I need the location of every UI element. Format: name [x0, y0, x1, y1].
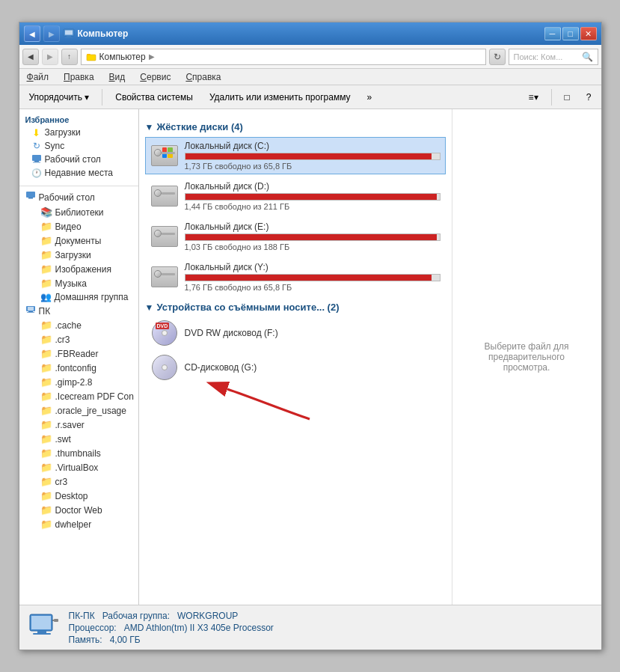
disk-d-icon: [150, 184, 179, 208]
minimize-button[interactable]: ─: [544, 27, 561, 40]
menu-view[interactable]: Вид: [105, 70, 130, 84]
music-label: Музыка: [55, 278, 87, 289]
sidebar-item-cr3-dot[interactable]: 📁 .cr3: [19, 332, 138, 346]
back-button[interactable]: ◀: [24, 25, 40, 42]
status-pc-icon: [25, 610, 61, 646]
svg-rect-7: [34, 161, 39, 162]
svg-rect-3: [65, 37, 73, 38]
sidebar-item-pc[interactable]: ПК: [19, 304, 138, 318]
sidebar-item-recent[interactable]: 🕐 Недавние места: [19, 166, 138, 180]
disk-e[interactable]: Локальный диск (E:) 1,03 ГБ свободно из …: [145, 218, 446, 255]
sidebar-item-dl[interactable]: 📁 Загрузки: [19, 248, 138, 262]
sidebar-item-sync[interactable]: ↻ Sync: [19, 139, 138, 153]
sidebar-item-desktop[interactable]: Рабочий стол: [19, 153, 138, 166]
disk-dvd[interactable]: DVD DVD RW дисковод (F:): [145, 317, 446, 349]
disk-c[interactable]: Локальный диск (C:) 1,73 ГБ свободно из …: [145, 137, 446, 174]
window-controls: ─ □ ✕: [544, 27, 597, 40]
refresh-button[interactable]: ↻: [489, 49, 506, 65]
search-box[interactable]: Поиск: Ком... 🔍: [509, 49, 598, 65]
sidebar-item-homegroup[interactable]: 👥 Домашняя группа: [19, 290, 138, 304]
disk-e-bar: [185, 233, 441, 241]
view-toggle-button[interactable]: ≡▾: [522, 88, 545, 106]
svg-rect-14: [27, 312, 34, 313]
sidebar-item-video[interactable]: 📁 Видео: [19, 219, 138, 233]
sidebar-item-cr3[interactable]: 📁 cr3: [19, 474, 138, 489]
cd-icon: [150, 355, 179, 379]
sidebar-item-images[interactable]: 📁 Изображения: [19, 262, 138, 276]
disk-y[interactable]: Локальный диск (Y:) 1,76 ГБ свободно из …: [145, 258, 446, 296]
dl-icon: 📁: [40, 249, 52, 260]
doctorweb-icon: 📁: [40, 504, 52, 516]
uninstall-label: Удалить или изменить программу: [209, 92, 351, 103]
address-bar: ◀ ▶ ↑ Компьютер ▶ ↻ Поиск: Ком... 🔍: [19, 45, 601, 69]
sidebar-item-dwhelper[interactable]: 📁 dwhelper: [19, 517, 138, 531]
title-bar: ◀ ▶ Компьютер ─ □ ✕: [19, 22, 601, 45]
svg-rect-13: [28, 311, 33, 312]
menu-service[interactable]: Сервис: [135, 70, 175, 84]
sidebar-item-desktop-tree[interactable]: Рабочий стол: [19, 189, 138, 205]
nav-forward-button[interactable]: ▶: [42, 49, 58, 65]
address-field[interactable]: Компьютер ▶: [81, 49, 486, 65]
sidebar-item-oracle[interactable]: 📁 .oracle_jre_usage: [19, 403, 138, 418]
hd-collapse-arrow[interactable]: ▼: [145, 122, 154, 132]
menu-bar: Файл Правка Вид Сервис Справка: [19, 69, 601, 85]
sidebar-item-virtualbox[interactable]: 📁 .VirtualBox: [19, 460, 138, 474]
status-line-3: Память: 4,00 ГБ: [69, 635, 274, 645]
search-icon: 🔍: [582, 52, 593, 62]
menu-help[interactable]: Справка: [181, 70, 225, 84]
thumbnails-label: .thumbnails: [55, 448, 101, 459]
menu-file[interactable]: Файл: [22, 70, 54, 84]
sidebar-item-thumbnails[interactable]: 📁 .thumbnails: [19, 446, 138, 460]
sidebar-item-fbreader[interactable]: 📁 .FBReader: [19, 346, 138, 361]
sidebar-item-swt[interactable]: 📁 .swt: [19, 432, 138, 446]
sidebar-item-fontconfig[interactable]: 📁 .fontconfig: [19, 361, 138, 375]
sidebar-item-docs[interactable]: 📁 Документы: [19, 233, 138, 248]
svg-rect-5: [87, 54, 90, 55]
disk-d[interactable]: Локальный диск (D:) 1,44 ГБ свободно из …: [145, 177, 446, 215]
help-button[interactable]: ?: [580, 88, 598, 106]
desktopp-label: Desktop: [55, 491, 88, 501]
sidebar-item-libraries[interactable]: 📚 Библиотеки: [19, 205, 138, 219]
images-label: Изображения: [55, 264, 111, 275]
menu-edit[interactable]: Правка: [59, 70, 99, 84]
rem-collapse-arrow[interactable]: ▼: [145, 302, 154, 313]
downloads-icon: ⬇: [31, 127, 42, 138]
desktop-label: Рабочий стол: [45, 154, 101, 165]
nav-back-button[interactable]: ◀: [22, 49, 39, 65]
more-button[interactable]: »: [360, 88, 379, 106]
dl-label: Загрузки: [55, 250, 91, 260]
downloads-label: Загрузки: [45, 127, 81, 138]
organize-button[interactable]: Упорядочить ▾: [22, 88, 96, 106]
homegroup-label: Домашняя группа: [55, 292, 129, 302]
sidebar-item-rsaver[interactable]: 📁 .r.saver: [19, 418, 138, 432]
sidebar-item-downloads[interactable]: ⬇ Загрузки: [19, 126, 138, 139]
sidebar-item-icecream[interactable]: 📁 .Icecream PDF Con: [19, 389, 138, 403]
cr3-dot-label: .cr3: [55, 335, 70, 345]
disk-e-fill: [185, 234, 438, 240]
video-label: Видео: [55, 222, 82, 232]
maximize-button[interactable]: □: [562, 27, 579, 40]
details-pane-button[interactable]: □: [558, 88, 577, 106]
system-props-label: Свойства системы: [115, 92, 193, 103]
fbreader-label: .FBReader: [55, 349, 99, 359]
close-button[interactable]: ✕: [580, 27, 597, 40]
sidebar-item-cache[interactable]: 📁 .cache: [19, 318, 138, 332]
sidebar-item-desktopp[interactable]: 📁 Desktop: [19, 489, 138, 503]
gimp-icon: 📁: [40, 376, 52, 388]
nav-up-button[interactable]: ↑: [61, 49, 78, 65]
system-props-button[interactable]: Свойства системы: [108, 88, 200, 106]
desktop-tree-icon: [25, 191, 36, 204]
forward-button[interactable]: ▶: [43, 25, 60, 42]
recent-icon: 🕐: [31, 168, 42, 178]
sidebar-item-gimp[interactable]: 📁 .gimp-2.8: [19, 375, 138, 389]
fontconfig-icon: 📁: [40, 362, 52, 373]
sidebar-item-doctorweb[interactable]: 📁 Doctor Web: [19, 503, 138, 517]
svg-rect-12: [28, 307, 34, 311]
search-placeholder: Поиск: Ком...: [514, 52, 579, 61]
disk-grid: Локальный диск (C:) 1,73 ГБ свободно из …: [145, 137, 446, 296]
disk-y-icon: [150, 265, 179, 289]
toolbar-separator-2: [551, 89, 552, 106]
disk-c-size: 1,73 ГБ свободно из 65,8 ГБ: [185, 162, 441, 171]
sidebar-item-music[interactable]: 📁 Музыка: [19, 276, 138, 290]
uninstall-button[interactable]: Удалить или изменить программу: [203, 88, 357, 106]
